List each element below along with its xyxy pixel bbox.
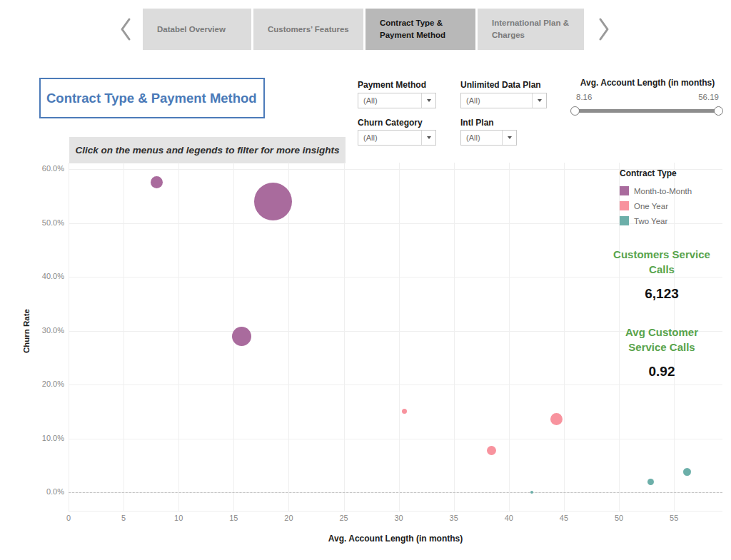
tab-label: Contract Type & Payment Method: [380, 17, 465, 41]
x-axis-title: Avg. Account Length (in months): [69, 534, 722, 544]
filter-label-churn-category: Churn Category: [358, 118, 423, 128]
legend-item-label: Two Year: [634, 217, 667, 225]
x-tick-label: 10: [174, 514, 183, 522]
tab-databel-overview[interactable]: Databel Overview: [143, 9, 251, 50]
y-tick-label: 60.0%: [42, 164, 64, 173]
unlimited-data-plan-dropdown[interactable]: (All): [460, 93, 547, 108]
caret-down-icon: [508, 136, 512, 139]
legend-swatch-icon: [620, 216, 629, 225]
legend-item-one-year[interactable]: One Year: [620, 198, 727, 213]
tab-contract-type-payment-method[interactable]: Contract Type & Payment Method: [366, 9, 475, 50]
kpi-value: 0.92: [609, 364, 715, 380]
gridline: [69, 439, 722, 439]
x-tick-label: 0: [66, 514, 71, 522]
caret-down-icon: [538, 99, 542, 102]
x-tick-label: 5: [121, 514, 126, 522]
gridline: [69, 163, 69, 511]
legend-item-two-year[interactable]: Two Year: [620, 213, 727, 228]
kpi-label: Avg Customer Service Calls: [609, 325, 715, 355]
x-tick-label: 35: [450, 514, 458, 522]
bubble-month-to-month[interactable]: [232, 327, 251, 346]
gridline: [123, 163, 124, 511]
contract-type-legend: Contract Type Month-to-Month One Year Tw…: [620, 168, 727, 228]
page-title-text: Contract Type & Payment Method: [46, 91, 257, 106]
slider-title: Avg. Account Length (in months): [570, 78, 725, 88]
bubble-two-year[interactable]: [530, 491, 533, 494]
caret-down-icon: [427, 99, 431, 102]
prev-tab-arrow-icon[interactable]: [119, 17, 133, 41]
gridline: [509, 163, 510, 511]
dropdown-button[interactable]: [421, 131, 435, 145]
slider-handle-max[interactable]: [714, 106, 723, 116]
x-tick-label: 40: [505, 514, 513, 522]
legend-item-label: One Year: [634, 202, 668, 210]
bubble-month-to-month[interactable]: [151, 176, 163, 188]
y-tick-label: 20.0%: [42, 380, 64, 388]
kpi-customers-service-calls: Customers Service Calls 6,123: [609, 247, 715, 302]
slider-handle-min[interactable]: [570, 106, 580, 116]
bubble-two-year[interactable]: [647, 479, 654, 485]
churn-category-value: (All): [358, 133, 421, 142]
gridline: [454, 163, 455, 511]
intl-plan-value: (All): [461, 133, 502, 142]
gridline: [399, 163, 400, 511]
dropdown-button[interactable]: [502, 131, 516, 145]
instruction-banner-text: Click on the menus and legends to filter…: [76, 145, 340, 156]
account-length-slider-track[interactable]: [575, 109, 718, 113]
instruction-banner: Click on the menus and legends to filter…: [69, 137, 346, 163]
x-tick-label: 25: [339, 514, 348, 522]
y-tick-label: 40.0%: [42, 272, 64, 280]
bubble-one-year[interactable]: [550, 413, 563, 425]
y-tick-label: 30.0%: [42, 326, 64, 335]
dropdown-button[interactable]: [421, 93, 435, 108]
x-tick-label: 30: [395, 514, 403, 522]
zero-reference-line: [69, 492, 722, 493]
y-tick-label: 10.0%: [42, 434, 64, 442]
kpi-avg-customer-service-calls: Avg Customer Service Calls 0.92: [609, 325, 715, 380]
legend-swatch-icon: [620, 186, 629, 195]
x-tick-label: 15: [229, 514, 238, 522]
gridline: [564, 163, 565, 511]
payment-method-dropdown[interactable]: (All): [358, 93, 436, 108]
gridline: [288, 163, 289, 511]
legend-swatch-icon: [620, 201, 629, 210]
bubble-one-year[interactable]: [402, 409, 407, 414]
tab-label: International Plan & Charges: [492, 17, 574, 41]
tab-label: Databel Overview: [157, 24, 226, 36]
y-axis-tick-labels: 0.0%10.0%20.0%30.0%40.0%50.0%60.0%: [27, 163, 64, 511]
filter-label-payment-method: Payment Method: [358, 80, 426, 90]
payment-method-value: (All): [358, 96, 421, 105]
tab-international-plan-charges[interactable]: International Plan & Charges: [478, 9, 584, 50]
bubble-month-to-month[interactable]: [254, 183, 292, 220]
dropdown-button[interactable]: [532, 93, 546, 108]
gridline: [178, 163, 179, 511]
intl-plan-dropdown[interactable]: (All): [460, 130, 517, 146]
x-tick-label: 45: [560, 514, 568, 522]
x-axis-tick-labels: 0510152025303540455055: [69, 514, 722, 524]
x-tick-label: 50: [615, 514, 623, 522]
slider-min-value: 8.16: [576, 93, 592, 101]
gridline: [69, 385, 722, 385]
churn-category-dropdown[interactable]: (All): [358, 130, 436, 146]
legend-item-label: Month-to-Month: [634, 187, 692, 195]
next-tab-arrow-icon[interactable]: [597, 17, 611, 41]
legend-title: Contract Type: [620, 168, 727, 178]
y-tick-label: 0.0%: [46, 487, 64, 496]
unlimited-data-plan-value: (All): [461, 96, 532, 105]
bubble-two-year[interactable]: [683, 468, 691, 476]
page-title: Contract Type & Payment Method: [39, 78, 265, 118]
x-tick-label: 55: [670, 514, 678, 522]
slider-max-value: 56.19: [698, 93, 719, 101]
tab-label: Customers’ Features: [268, 24, 349, 36]
caret-down-icon: [427, 136, 431, 139]
legend-item-month-to-month[interactable]: Month-to-Month: [620, 183, 727, 198]
filter-label-intl-plan: Intl Plan: [460, 118, 494, 128]
y-tick-label: 50.0%: [42, 218, 64, 227]
x-tick-label: 20: [284, 514, 293, 522]
tab-customers-features[interactable]: Customers’ Features: [253, 9, 363, 50]
bubble-one-year[interactable]: [487, 446, 496, 455]
gridline: [344, 163, 345, 511]
kpi-value: 6,123: [609, 286, 715, 302]
filter-label-unlimited-data-plan: Unlimited Data Plan: [460, 80, 541, 90]
kpi-label: Customers Service Calls: [609, 247, 715, 277]
